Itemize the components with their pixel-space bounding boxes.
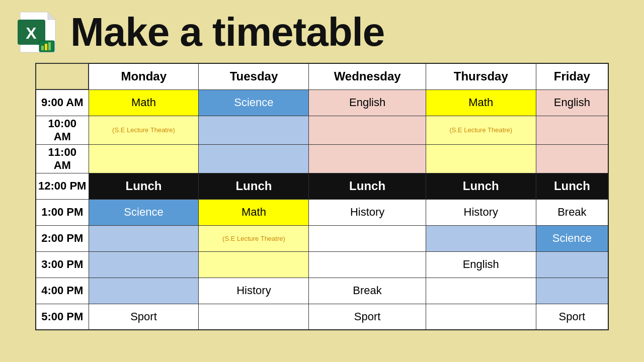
schedule-cell: Sport <box>536 304 608 330</box>
page-title: Make a timetable <box>70 9 384 55</box>
schedule-cell <box>536 278 608 304</box>
table-row: 11:00 AM <box>36 144 608 173</box>
time-cell: 10:00 AM <box>36 116 89 144</box>
excel-icon: X <box>15 10 60 55</box>
time-cell: 12:00 PM <box>36 173 89 199</box>
timetable-body: 9:00 AMMathScienceEnglishMathEnglish10:0… <box>36 89 608 330</box>
timetable-container: Monday Tuesday Wednesday Thursday Friday… <box>0 63 644 330</box>
schedule-cell <box>199 144 309 173</box>
svg-rect-5 <box>41 46 44 50</box>
schedule-cell: Science <box>199 89 309 116</box>
table-row: 5:00 PMSportSportSport <box>36 304 608 330</box>
schedule-cell: Lunch <box>199 173 309 199</box>
schedule-cell <box>426 304 536 330</box>
schedule-cell <box>426 144 536 173</box>
schedule-cell: English <box>536 89 608 116</box>
schedule-cell: History <box>426 199 536 225</box>
schedule-cell: Lunch <box>309 173 426 199</box>
schedule-cell: Break <box>536 199 608 225</box>
schedule-cell <box>199 116 309 144</box>
time-cell: 11:00 AM <box>36 144 89 173</box>
schedule-cell <box>309 116 426 144</box>
time-cell: 5:00 PM <box>36 304 89 330</box>
schedule-cell: Sport <box>89 304 199 330</box>
schedule-cell <box>309 225 426 251</box>
schedule-cell <box>536 251 608 278</box>
schedule-cell <box>536 116 608 144</box>
schedule-cell: Science <box>536 225 608 251</box>
thursday-header: Thursday <box>426 63 536 89</box>
time-cell: 1:00 PM <box>36 199 89 225</box>
schedule-cell: Break <box>309 278 426 304</box>
schedule-cell <box>536 144 608 173</box>
schedule-cell: History <box>309 199 426 225</box>
schedule-cell: Math <box>89 89 199 116</box>
schedule-cell: (S.E Lecture Theatre) <box>89 116 199 144</box>
schedule-cell <box>89 225 199 251</box>
svg-rect-6 <box>45 44 47 50</box>
table-row: 1:00 PMScienceMathHistoryHistoryBreak <box>36 199 608 225</box>
time-cell: 3:00 PM <box>36 251 89 278</box>
monday-header: Monday <box>89 63 199 89</box>
schedule-cell: Lunch <box>536 173 608 199</box>
schedule-cell <box>426 225 536 251</box>
timetable: Monday Tuesday Wednesday Thursday Friday… <box>35 63 609 330</box>
schedule-cell: (S.E Lecture Theatre) <box>199 225 309 251</box>
schedule-cell: History <box>199 278 309 304</box>
time-cell: 4:00 PM <box>36 278 89 304</box>
svg-marker-1 <box>48 12 55 20</box>
schedule-cell <box>199 304 309 330</box>
schedule-cell <box>309 144 426 173</box>
schedule-cell <box>309 251 426 278</box>
time-cell: 2:00 PM <box>36 225 89 251</box>
time-cell: 9:00 AM <box>36 89 89 116</box>
header: X Make a timetable <box>0 0 644 60</box>
schedule-cell: Lunch <box>89 173 199 199</box>
schedule-cell: English <box>309 89 426 116</box>
schedule-cell <box>199 251 309 278</box>
friday-header: Friday <box>536 63 608 89</box>
table-row: 10:00 AM(S.E Lecture Theatre)(S.E Lectur… <box>36 116 608 144</box>
header-row: Monday Tuesday Wednesday Thursday Friday <box>36 63 608 89</box>
schedule-cell: Science <box>89 199 199 225</box>
schedule-cell: English <box>426 251 536 278</box>
table-row: 4:00 PMHistoryBreak <box>36 278 608 304</box>
schedule-cell: Math <box>426 89 536 116</box>
table-row: 12:00 PMLunchLunchLunchLunchLunch <box>36 173 608 199</box>
svg-text:X: X <box>26 24 37 42</box>
table-row: 2:00 PM(S.E Lecture Theatre)Science <box>36 225 608 251</box>
table-row: 3:00 PMEnglish <box>36 251 608 278</box>
empty-header <box>36 63 89 89</box>
schedule-cell <box>426 278 536 304</box>
schedule-cell: Math <box>199 199 309 225</box>
schedule-cell: (S.E Lecture Theatre) <box>426 116 536 144</box>
schedule-cell: Lunch <box>426 173 536 199</box>
svg-rect-7 <box>48 42 51 50</box>
schedule-cell <box>89 251 199 278</box>
schedule-cell: Sport <box>309 304 426 330</box>
schedule-cell <box>89 144 199 173</box>
wednesday-header: Wednesday <box>309 63 426 89</box>
tuesday-header: Tuesday <box>199 63 309 89</box>
schedule-cell <box>89 278 199 304</box>
table-row: 9:00 AMMathScienceEnglishMathEnglish <box>36 89 608 116</box>
